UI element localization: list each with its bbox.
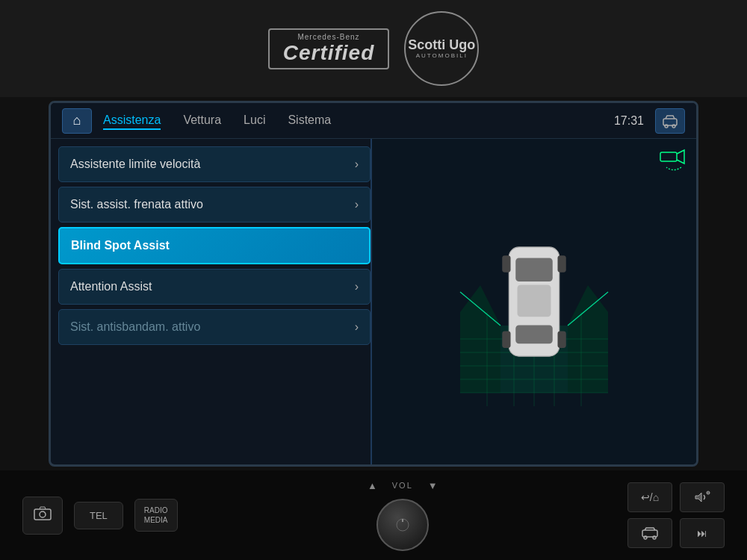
left-controls: TEL RADIOMEDIA — [22, 497, 178, 535]
menu-item-brake-assist[interactable]: Sist. assist. frenata attivo › — [58, 187, 371, 223]
chevron-icon: › — [355, 320, 359, 334]
svg-rect-24 — [558, 331, 566, 348]
camera-icon — [34, 506, 52, 521]
mercedes-certified-logo: Mercedes-Benz Certified — [268, 28, 390, 69]
radio-media-button[interactable]: RADIOMEDIA — [134, 499, 178, 532]
tab-luci[interactable]: Luci — [244, 112, 265, 130]
svg-rect-3 — [660, 152, 677, 161]
tab-vettura[interactable]: Vettura — [183, 112, 221, 130]
home-button[interactable]: ⌂ — [62, 108, 92, 134]
menu-item-label: Assistente limite velocità — [70, 158, 200, 171]
menu-item-label: Sist. antisbandam. attivo — [70, 320, 200, 334]
nav-up-label[interactable]: ▲ — [368, 480, 377, 491]
car-top-view-svg — [500, 234, 568, 369]
menu-item-attention-assist[interactable]: Attention Assist › — [58, 269, 371, 305]
svg-point-32 — [644, 536, 647, 539]
home-icon: ⌂ — [73, 113, 81, 128]
right-row-top: ↩/⌂ — [627, 482, 725, 512]
tel-label: TEL — [90, 510, 108, 521]
menu-item-label: Sist. assist. frenata attivo — [70, 198, 203, 211]
svg-point-33 — [653, 536, 656, 539]
svg-point-1 — [665, 125, 668, 128]
certified-label: Certified — [283, 41, 375, 65]
bottom-bar: TEL RADIOMEDIA ▲ VOL ▼ ↩/⌂ — [0, 470, 747, 560]
skip-button[interactable]: ⏭ — [680, 518, 725, 548]
vol-control: ▲ VOL ▼ — [368, 480, 438, 551]
menu-panel: Assistente limite velocità › Sist. assis… — [51, 139, 372, 464]
mute-power-button[interactable] — [680, 482, 725, 512]
nav-down-label[interactable]: ▼ — [428, 480, 438, 491]
dealer-sub: AUTOMOBILI — [416, 52, 468, 59]
right-controls: ↩/⌂ ⏭ — [627, 482, 725, 548]
screen-header: ⌂ Assistenza Vettura Luci Sistema 17:31 — [51, 103, 696, 139]
nav-tabs: Assistenza Vettura Luci Sistema — [103, 112, 614, 130]
menu-item-label: Blind Spot Assist — [71, 239, 170, 252]
infotainment-screen: ⌂ Assistenza Vettura Luci Sistema 17:31 … — [49, 101, 698, 467]
svg-rect-19 — [515, 326, 553, 344]
vol-knob-icon — [395, 517, 410, 532]
car-status-icon — [661, 113, 679, 128]
menu-item-speed-assist[interactable]: Assistente limite velocità › — [58, 146, 371, 182]
svg-rect-25 — [34, 509, 51, 520]
tel-button[interactable]: TEL — [74, 502, 123, 529]
back-home-button[interactable]: ↩/⌂ — [627, 482, 672, 512]
top-overlay: Mercedes-Benz Certified Scotti Ugo AUTOM… — [0, 0, 747, 97]
viz-panel — [372, 139, 696, 464]
back-home-icon: ↩/⌂ — [641, 491, 659, 503]
menu-item-label: Attention Assist — [70, 280, 152, 293]
svg-rect-21 — [502, 255, 510, 273]
tab-assistenza[interactable]: Assistenza — [103, 112, 161, 130]
menu-item-blind-spot[interactable]: Blind Spot Assist — [58, 227, 371, 264]
screen-body: Assistente limite velocità › Sist. assis… — [51, 139, 696, 464]
svg-rect-18 — [515, 258, 553, 282]
svg-rect-23 — [558, 255, 566, 273]
svg-rect-20 — [518, 285, 551, 317]
dealer-name: Scotti Ugo — [408, 38, 475, 53]
vehicle-icon — [641, 526, 659, 540]
chevron-icon: › — [355, 280, 359, 293]
logo-container: Mercedes-Benz Certified Scotti Ugo AUTOM… — [268, 11, 480, 86]
vol-label: VOL — [392, 481, 413, 490]
vehicle-button[interactable] — [627, 518, 672, 548]
tab-sistema[interactable]: Sistema — [288, 112, 331, 130]
right-row-bottom: ⏭ — [627, 518, 725, 548]
vol-knob[interactable] — [376, 499, 429, 551]
time-display: 17:31 — [614, 114, 644, 128]
dealer-logo: Scotti Ugo AUTOMOBILI — [404, 11, 479, 86]
skip-icon: ⏭ — [697, 527, 707, 539]
car-visualization — [459, 197, 609, 406]
blind-spot-assist-icon — [659, 146, 689, 181]
svg-rect-22 — [502, 331, 510, 348]
mute-power-icon — [694, 491, 710, 504]
radio-media-label: RADIOMEDIA — [144, 506, 168, 524]
menu-item-antisway[interactable]: Sist. antisbandam. attivo › — [58, 309, 371, 345]
camera-button[interactable] — [22, 497, 63, 535]
chevron-icon: › — [355, 198, 359, 211]
chevron-icon: › — [355, 158, 359, 171]
mercedes-brand-text: Mercedes-Benz — [297, 33, 359, 41]
car-status-button[interactable] — [655, 108, 685, 134]
svg-point-26 — [40, 511, 46, 517]
svg-point-2 — [672, 125, 675, 128]
